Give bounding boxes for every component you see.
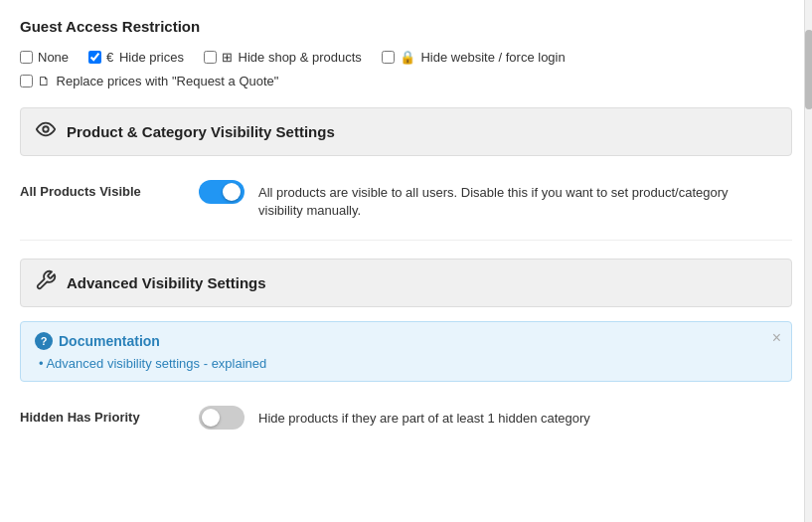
option-hide-shop: ⊞ Hide shop & products: [204, 49, 362, 67]
checkbox-hide-shop[interactable]: [204, 51, 217, 64]
label-hide-website: 🔒 Hide website / force login: [400, 49, 566, 67]
divider-1: [20, 240, 792, 241]
all-products-visible-row: All Products Visible All products are vi…: [20, 170, 792, 234]
svg-point-0: [43, 126, 49, 132]
label-replace-prices: 🗋 Replace prices with "Request a Quote": [38, 73, 278, 90]
label-hide-shop: ⊞ Hide shop & products: [222, 49, 362, 67]
documentation-box: ? Documentation Advanced visibility sett…: [20, 321, 792, 382]
advanced-visibility-header: Advanced Visibility Settings: [20, 259, 792, 307]
checkbox-none[interactable]: [20, 51, 33, 64]
all-products-description: All products are visible to all users. D…: [258, 180, 735, 220]
doc-box-header: ? Documentation: [35, 332, 777, 350]
checkbox-hide-prices[interactable]: [88, 51, 101, 64]
option-hide-prices: € Hide prices: [88, 49, 184, 67]
scrollbar-track[interactable]: [804, 0, 812, 522]
guest-access-section: Guest Access Restriction None € Hide pri…: [20, 18, 792, 89]
option-replace-prices: 🗋 Replace prices with "Request a Quote": [20, 73, 278, 90]
hidden-priority-description: Hide products if they are part of at lea…: [258, 406, 590, 428]
label-hide-prices: € Hide prices: [106, 49, 184, 67]
checkbox-hide-website[interactable]: [382, 51, 395, 64]
product-visibility-title: Product & Category Visibility Settings: [67, 123, 335, 140]
wrench-icon: [35, 269, 57, 296]
product-visibility-section: Product & Category Visibility Settings A…: [20, 107, 792, 234]
label-none: None: [38, 49, 69, 67]
quote-icon: 🗋: [38, 74, 51, 88]
doc-close-button[interactable]: ×: [772, 330, 781, 346]
option-hide-website: 🔒 Hide website / force login: [382, 49, 566, 67]
doc-box-title: Documentation: [59, 333, 160, 349]
all-products-label: All Products Visible: [20, 180, 179, 199]
question-icon: ?: [35, 332, 53, 350]
option-none: None: [20, 49, 69, 67]
advanced-visibility-title: Advanced Visibility Settings: [67, 274, 266, 291]
lock-icon: 🔒: [400, 50, 415, 65]
guest-access-title: Guest Access Restriction: [20, 18, 792, 35]
hidden-priority-toggle[interactable]: [199, 406, 244, 430]
toggle-slider-off: [199, 406, 244, 430]
advanced-visibility-section: Advanced Visibility Settings ? Documenta…: [20, 259, 792, 443]
all-products-toggle[interactable]: [199, 180, 244, 204]
hidden-priority-row: Hidden Has Priority Hide products if the…: [20, 396, 792, 443]
guest-access-options: None € Hide prices ⊞ Hide shop & product…: [20, 49, 792, 89]
scrollbar-thumb[interactable]: [805, 30, 812, 109]
hidden-priority-label: Hidden Has Priority: [20, 406, 179, 425]
checkbox-replace-prices[interactable]: [20, 75, 33, 87]
eye-icon: [35, 118, 57, 145]
toggle-slider-on: [199, 180, 244, 204]
product-visibility-header: Product & Category Visibility Settings: [20, 107, 792, 156]
doc-link[interactable]: Advanced visibility settings - explained: [35, 356, 777, 371]
all-products-content: All products are visible to all users. D…: [199, 180, 735, 220]
shop-icon: ⊞: [222, 50, 233, 65]
euro-icon: €: [106, 50, 113, 65]
hidden-priority-content: Hide products if they are part of at lea…: [199, 406, 590, 430]
